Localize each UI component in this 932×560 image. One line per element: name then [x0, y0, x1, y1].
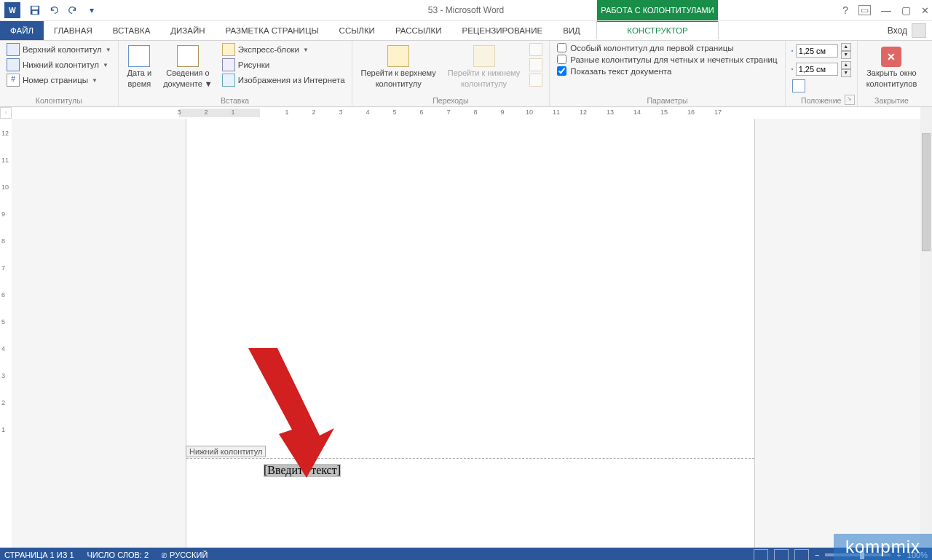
spin-down[interactable]: ▼: [841, 51, 851, 59]
chevron-down-icon: ▼: [202, 79, 213, 88]
tab-constructor[interactable]: КОНСТРУКТОР: [597, 21, 718, 40]
align-tab-icon: [792, 79, 805, 92]
ruler-corner[interactable]: ▫: [0, 107, 12, 119]
footer-from-bottom[interactable]: ▲▼: [790, 60, 853, 78]
sign-in-label: Вход: [888, 25, 907, 36]
diff-first-page-check[interactable]: Особый колонтитул для первой страницы: [554, 42, 780, 53]
zoom-out[interactable]: −: [815, 551, 819, 559]
status-language[interactable]: ⎚ РУССКИЙ: [162, 551, 208, 559]
titlebar: W ▾ 53 - Microsoft Word РАБОТА С КОЛОНТИ…: [0, 0, 932, 21]
link-icon: [529, 74, 542, 87]
quick-access-toolbar: W ▾: [0, 0, 100, 20]
minimize-button[interactable]: —: [881, 4, 891, 16]
scroll-thumb[interactable]: [922, 133, 931, 251]
view-read-mode[interactable]: [774, 549, 789, 560]
tab-home[interactable]: ГЛАВНАЯ: [44, 21, 103, 40]
window-title: 53 - Microsoft Word: [0, 0, 932, 20]
window-controls: ? ▭ — ▢ ✕: [842, 0, 929, 20]
tab-insert[interactable]: ВСТАВКА: [103, 21, 161, 40]
prev-icon: [529, 43, 542, 56]
diff-odd-even-input[interactable]: [557, 55, 566, 64]
proofing-icon: ⎚: [162, 551, 167, 559]
undo-button[interactable]: [46, 2, 62, 18]
status-page[interactable]: СТРАНИЦА 1 ИЗ 1: [4, 551, 74, 559]
footer-pos-icon: [791, 68, 793, 70]
status-words[interactable]: ЧИСЛО СЛОВ: 2: [87, 551, 149, 559]
tab-view[interactable]: ВИД: [553, 21, 591, 40]
header-from-top-input[interactable]: [796, 44, 838, 58]
chevron-down-icon: ▼: [103, 62, 108, 68]
close-window-button[interactable]: ✕: [921, 5, 929, 16]
header-label: Верхний колонтитул: [23, 45, 102, 54]
diff-odd-even-check[interactable]: Разные колонтитулы для четных и нечетных…: [554, 54, 780, 65]
nav-prev-button: [527, 42, 545, 57]
tab-file[interactable]: ФАЙЛ: [0, 21, 44, 40]
diff-first-page-input[interactable]: [557, 43, 566, 52]
online-pictures-button[interactable]: Изображения из Интернета: [220, 73, 347, 87]
goto-header-button[interactable]: Перейти к верхнему колонтитулу: [357, 42, 441, 95]
watermark: kompmix: [834, 534, 932, 560]
date-time-button[interactable]: Дата и время: [123, 42, 157, 95]
pictures-button[interactable]: Рисунки: [220, 58, 347, 72]
ribbon: Верхний колонтитул ▼ Нижний колонтитул ▼…: [0, 41, 932, 107]
save-button[interactable]: [27, 2, 43, 18]
footer-divider: [186, 458, 754, 459]
close-icon: ✕: [881, 47, 901, 67]
header-from-top[interactable]: ▲▼: [790, 42, 853, 60]
link-previous-button: [527, 73, 545, 87]
maximize-button[interactable]: ▢: [901, 4, 911, 16]
footer-icon: [7, 58, 20, 71]
pagenumber-label: Номер страницы: [23, 76, 88, 84]
avatar-icon: [912, 23, 926, 38]
tab-review[interactable]: РЕЦЕНЗИРОВАНИЕ: [452, 21, 553, 40]
calendar-icon: [128, 45, 150, 67]
document-page[interactable]: Нижний колонтитул [Введите текст]: [186, 119, 754, 548]
header-pos-icon: [791, 50, 793, 52]
group-navigation: Перейти к верхнему колонтитулу Перейти к…: [352, 41, 550, 106]
footer-tag-label[interactable]: Нижний колонтитул: [186, 446, 266, 457]
qat-customize-button[interactable]: ▾: [84, 2, 100, 18]
close-header-footer-button[interactable]: ✕ Закрыть окно колонтитулов: [862, 42, 922, 95]
dialog-launcher[interactable]: ↘: [845, 95, 855, 105]
align-tab-button[interactable]: [790, 79, 853, 93]
spin-down[interactable]: ▼: [841, 69, 851, 77]
page-area: Нижний колонтитул [Введите текст]: [12, 119, 920, 548]
group-insert-label: Вставка: [123, 95, 347, 106]
spin-up[interactable]: ▲: [841, 43, 851, 51]
chevron-down-icon: ▼: [303, 47, 309, 53]
tab-design[interactable]: ДИЗАЙН: [160, 21, 215, 40]
doc-info-button[interactable]: Сведения о документе ▼: [159, 42, 217, 95]
tab-mailings[interactable]: РАССЫЛКИ: [385, 21, 452, 40]
online-picture-icon: [222, 74, 235, 87]
view-web-layout[interactable]: [794, 549, 809, 560]
redo-button[interactable]: [65, 2, 81, 18]
show-doc-text-input[interactable]: [557, 66, 566, 76]
chevron-down-icon: ▼: [92, 77, 98, 84]
footer-button[interactable]: Нижний колонтитул ▼: [4, 58, 114, 72]
svg-rect-1: [32, 7, 39, 9]
contextual-tab-title: РАБОТА С КОЛОНТИТУЛАМИ: [597, 0, 718, 20]
goto-header-icon: [387, 45, 409, 67]
spin-up[interactable]: ▲: [841, 61, 851, 69]
vertical-ruler[interactable]: 121110987654321: [0, 119, 12, 548]
group-options-label: Параметры: [554, 95, 780, 106]
pagenumber-button[interactable]: # Номер страницы ▼: [4, 73, 114, 87]
quick-parts-button[interactable]: Экспресс-блоки ▼: [220, 42, 347, 57]
ribbon-options-button[interactable]: ▭: [858, 5, 871, 15]
sign-in[interactable]: Вход: [888, 21, 926, 40]
group-insert: Дата и время Сведения о документе ▼ Эксп…: [119, 41, 352, 106]
vertical-scrollbar[interactable]: [920, 119, 932, 548]
show-doc-text-check[interactable]: Показать текст документа: [554, 66, 780, 76]
footer-from-bottom-input[interactable]: [796, 63, 838, 76]
tab-layout[interactable]: РАЗМЕТКА СТРАНИЦЫ: [216, 21, 329, 40]
view-print-layout[interactable]: [754, 549, 768, 560]
header-button[interactable]: Верхний колонтитул ▼: [4, 42, 114, 57]
chevron-down-icon: ▼: [106, 47, 111, 53]
tab-references[interactable]: ССЫЛКИ: [329, 21, 385, 40]
horizontal-ruler[interactable]: 3211234567891011121314151617: [12, 107, 920, 119]
info-icon: [177, 45, 199, 67]
pagenumber-icon: #: [7, 74, 20, 87]
help-button[interactable]: ?: [842, 4, 848, 16]
footer-placeholder[interactable]: [Введите текст]: [264, 464, 341, 477]
online-pictures-label: Изображения из Интернета: [238, 76, 345, 84]
